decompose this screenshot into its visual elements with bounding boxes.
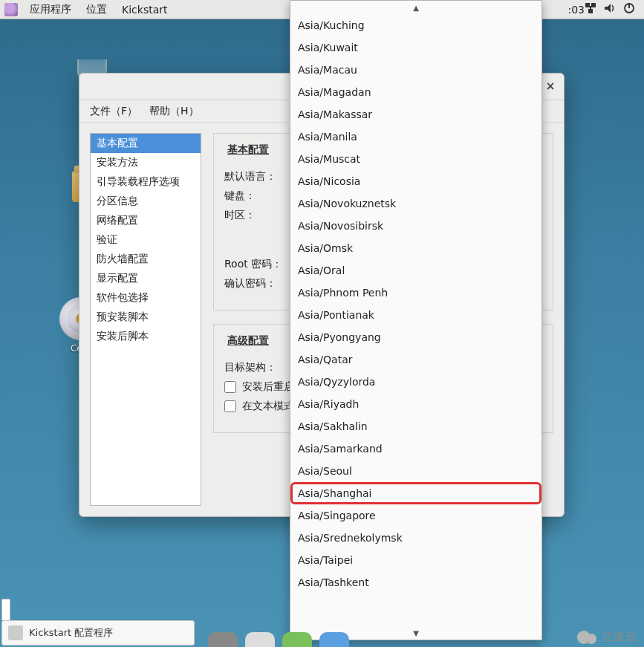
menu-applications[interactable]: 应用程序 — [22, 3, 79, 16]
system-tray — [585, 2, 640, 16]
timezone-option[interactable]: Asia/Srednekolymsk — [290, 527, 541, 549]
timezone-option[interactable]: Asia/Qyzylorda — [290, 371, 541, 393]
textmode-checkbox-label: 在文本模式 — [242, 400, 294, 413]
menu-app-kickstart[interactable]: Kickstart — [114, 4, 175, 16]
watermark-text: 亿速云 — [602, 630, 637, 644]
timezone-option[interactable]: Asia/Riyadh — [290, 393, 541, 415]
timezone-option[interactable]: Asia/Pyongyang — [290, 326, 541, 348]
timezone-option[interactable]: Asia/Oral — [290, 259, 541, 282]
timezone-option[interactable]: Asia/Pontianak — [290, 304, 541, 326]
sidebar: 基本配置 安装方法 引导装载程序选项 分区信息 网络配置 验证 防火墙配置 显示… — [90, 133, 201, 506]
sidebar-item-bootloader[interactable]: 引导装载程序选项 — [91, 172, 201, 192]
menu-help[interactable]: 帮助（H） — [146, 102, 202, 121]
sidebar-item-basic[interactable]: 基本配置 — [91, 134, 201, 153]
timezone-option[interactable]: Asia/Tashkent — [290, 571, 541, 594]
timezone-option[interactable]: Asia/Makassar — [290, 103, 541, 126]
left-edge-handle[interactable] — [1, 599, 10, 621]
sidebar-item-auth[interactable]: 验证 — [91, 230, 201, 250]
dock-blob — [208, 632, 238, 647]
sidebar-item-partition[interactable]: 分区信息 — [91, 192, 201, 211]
network-icon[interactable] — [585, 2, 596, 16]
rootpw-label: Root 密码： — [224, 258, 291, 271]
timezone-option[interactable]: Asia/Taipei — [290, 549, 541, 571]
timezone-option[interactable]: Asia/Nicosia — [290, 170, 541, 192]
taskbar-app-icon — [8, 625, 23, 640]
svg-rect-1 — [591, 3, 596, 7]
dock-blob — [245, 632, 275, 647]
timezone-option[interactable]: Asia/Qatar — [290, 348, 541, 371]
svg-marker-4 — [605, 4, 611, 13]
volume-icon[interactable] — [604, 2, 616, 16]
timezone-option[interactable]: Asia/Omsk — [290, 237, 541, 259]
timezone-option[interactable]: Asia/Muscat — [290, 148, 541, 170]
power-icon[interactable] — [623, 2, 635, 16]
timezone-option[interactable]: Asia/Seoul — [290, 460, 541, 482]
taskbar-label: Kickstart 配置程序 — [29, 626, 113, 640]
dropdown-list: Asia/KuchingAsia/KuwaitAsia/MacauAsia/Ma… — [290, 14, 541, 626]
activities-icon[interactable] — [4, 3, 18, 16]
svg-rect-3 — [590, 6, 591, 10]
timezone-option[interactable]: Asia/Macau — [290, 59, 541, 81]
timezone-option[interactable]: Asia/Phnom Penh — [290, 282, 541, 304]
timezone-option[interactable]: Asia/Sakhalin — [290, 415, 541, 438]
timezone-option[interactable]: Asia/Magadan — [290, 81, 541, 103]
keyboard-label: 键盘： — [224, 189, 291, 203]
timezone-option[interactable]: Asia/Singapore — [290, 504, 541, 527]
sidebar-item-network[interactable]: 网络配置 — [91, 211, 201, 230]
lang-label: 默认语言： — [224, 170, 291, 183]
basic-legend: 基本配置 — [224, 143, 272, 157]
timezone-option[interactable]: Asia/Novokuznetsk — [290, 192, 541, 215]
timezone-option[interactable]: Asia/Kuching — [290, 14, 541, 36]
dock-blob — [319, 632, 349, 647]
reboot-checkbox-label: 安装后重启 — [242, 380, 294, 394]
close-button[interactable]: × — [541, 78, 559, 94]
timezone-option[interactable]: Asia/Manila — [290, 126, 541, 148]
confirmpw-label: 确认密码： — [224, 277, 291, 290]
watermark: 亿速云 — [577, 630, 637, 644]
timezone-option[interactable]: Asia/Samarkand — [290, 438, 541, 460]
timezone-option[interactable]: Asia/Shanghai — [290, 482, 541, 504]
sidebar-item-packages[interactable]: 软件包选择 — [91, 288, 201, 308]
clock[interactable]: :03 — [567, 4, 585, 16]
timezone-dropdown[interactable]: ▲ Asia/KuchingAsia/KuwaitAsia/MacauAsia/… — [290, 0, 542, 640]
svg-rect-6 — [628, 3, 630, 8]
textmode-checkbox[interactable] — [224, 400, 236, 412]
svg-rect-0 — [585, 3, 590, 7]
menu-file[interactable]: 文件（F） — [87, 102, 140, 121]
taskbar-entry[interactable]: Kickstart 配置程序 — [1, 620, 195, 646]
menu-places[interactable]: 位置 — [79, 3, 114, 16]
cloud-icon — [577, 631, 599, 644]
sidebar-item-firewall[interactable]: 防火墙配置 — [91, 250, 201, 269]
dock-blob — [282, 632, 312, 647]
timezone-option[interactable]: Asia/Kuwait — [290, 36, 541, 59]
sidebar-item-postinstall[interactable]: 安装后脚本 — [91, 327, 201, 346]
timezone-option[interactable]: Asia/Novosibirsk — [290, 215, 541, 237]
sidebar-item-install[interactable]: 安装方法 — [91, 153, 201, 172]
sidebar-item-display[interactable]: 显示配置 — [91, 269, 201, 288]
sidebar-item-preinstall[interactable]: 预安装脚本 — [91, 308, 201, 327]
dropdown-scroll-up[interactable]: ▲ — [290, 1, 541, 14]
arch-label: 目标架构： — [224, 361, 291, 374]
reboot-checkbox[interactable] — [224, 381, 236, 393]
timezone-label: 时区： — [224, 209, 291, 222]
advanced-legend: 高级配置 — [224, 334, 272, 348]
